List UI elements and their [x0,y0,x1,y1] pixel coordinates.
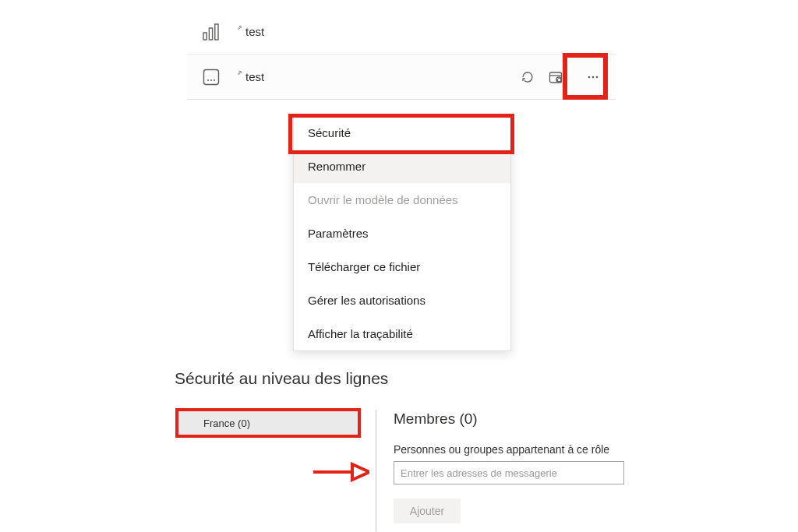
add-button: Ajouter [394,499,461,523]
menu-item-rename[interactable]: Renommer [294,150,510,183]
svg-point-4 [207,79,209,81]
svg-point-5 [210,79,212,81]
refresh-icon[interactable] [521,70,535,84]
dataset-icon [203,69,237,86]
panel-divider [376,410,376,531]
role-label: France (0) [203,417,250,429]
rls-heading: Sécurité au niveau des lignes [175,369,388,388]
dataset-name-cell: ⇗ test [237,25,600,38]
role-france[interactable]: France (0) [175,408,361,438]
members-heading: Membres (0) [394,410,478,428]
menu-label: Paramètres [308,227,369,240]
svg-rect-1 [209,28,212,40]
menu-label: Sécurité [308,126,351,139]
menu-label: Afficher la traçabilité [308,327,413,340]
menu-label: Ouvrir le modèle de données [308,193,458,206]
menu-item-lineage[interactable]: Afficher la traçabilité [294,317,510,351]
context-menu: Sécurité Renommer Ouvrir le modèle de do… [293,115,511,351]
dataset-name: test [245,70,264,83]
schedule-refresh-icon[interactable] [549,70,563,84]
svg-marker-13 [352,464,369,480]
annotation-arrow [312,461,369,483]
svg-rect-2 [215,24,218,40]
menu-item-download[interactable]: Télécharger ce fichier [294,250,510,284]
svg-rect-0 [203,33,207,40]
menu-item-security[interactable]: Sécurité [294,116,510,150]
add-button-label: Ajouter [410,505,444,517]
annotation-highlight-ellipsis [563,53,608,100]
dataset-row[interactable]: ⇗ test [187,55,616,100]
members-email-input[interactable] [394,461,624,484]
report-icon [203,23,237,41]
shared-icon: ⇗ [237,24,242,31]
menu-item-settings[interactable]: Paramètres [294,217,510,250]
menu-label: Renommer [308,160,365,173]
svg-rect-3 [204,69,219,84]
dataset-name-cell: ⇗ test [237,70,521,83]
menu-label: Télécharger ce fichier [308,260,420,273]
members-subheading: Personnes ou groupes appartenant à ce rô… [394,443,609,456]
menu-item-manage-permissions[interactable]: Gérer les autorisations [294,284,510,317]
shared-icon: ⇗ [237,69,242,76]
dataset-list: ⇗ test ⇗ test [187,9,616,100]
svg-point-6 [214,79,215,81]
dataset-name: test [245,25,264,38]
dataset-row[interactable]: ⇗ test [187,9,616,55]
menu-label: Gérer les autorisations [308,294,425,307]
menu-item-open-model: Ouvrir le modèle de données [294,183,510,217]
